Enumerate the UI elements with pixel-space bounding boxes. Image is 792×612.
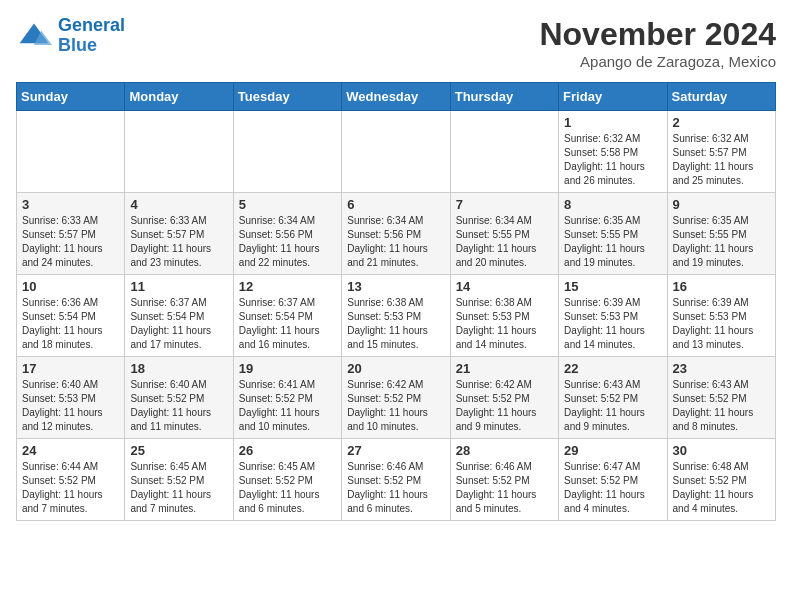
day-info: Sunrise: 6:46 AM Sunset: 5:52 PM Dayligh… — [456, 460, 553, 516]
day-number: 15 — [564, 279, 661, 294]
day-info: Sunrise: 6:35 AM Sunset: 5:55 PM Dayligh… — [564, 214, 661, 270]
calendar-cell: 27Sunrise: 6:46 AM Sunset: 5:52 PM Dayli… — [342, 439, 450, 521]
day-info: Sunrise: 6:42 AM Sunset: 5:52 PM Dayligh… — [347, 378, 444, 434]
calendar-cell: 11Sunrise: 6:37 AM Sunset: 5:54 PM Dayli… — [125, 275, 233, 357]
day-number: 1 — [564, 115, 661, 130]
day-info: Sunrise: 6:39 AM Sunset: 5:53 PM Dayligh… — [564, 296, 661, 352]
weekday-header-monday: Monday — [125, 83, 233, 111]
weekday-header-friday: Friday — [559, 83, 667, 111]
calendar-cell: 12Sunrise: 6:37 AM Sunset: 5:54 PM Dayli… — [233, 275, 341, 357]
day-number: 2 — [673, 115, 770, 130]
day-info: Sunrise: 6:47 AM Sunset: 5:52 PM Dayligh… — [564, 460, 661, 516]
calendar-cell: 29Sunrise: 6:47 AM Sunset: 5:52 PM Dayli… — [559, 439, 667, 521]
calendar-table: SundayMondayTuesdayWednesdayThursdayFrid… — [16, 82, 776, 521]
calendar-cell: 7Sunrise: 6:34 AM Sunset: 5:55 PM Daylig… — [450, 193, 558, 275]
day-number: 19 — [239, 361, 336, 376]
day-info: Sunrise: 6:32 AM Sunset: 5:58 PM Dayligh… — [564, 132, 661, 188]
calendar-cell — [450, 111, 558, 193]
calendar-cell: 30Sunrise: 6:48 AM Sunset: 5:52 PM Dayli… — [667, 439, 775, 521]
logo: General Blue — [16, 16, 125, 56]
day-number: 3 — [22, 197, 119, 212]
day-info: Sunrise: 6:34 AM Sunset: 5:56 PM Dayligh… — [347, 214, 444, 270]
calendar-cell: 17Sunrise: 6:40 AM Sunset: 5:53 PM Dayli… — [17, 357, 125, 439]
day-info: Sunrise: 6:43 AM Sunset: 5:52 PM Dayligh… — [564, 378, 661, 434]
calendar-week-1: 1Sunrise: 6:32 AM Sunset: 5:58 PM Daylig… — [17, 111, 776, 193]
calendar-cell: 28Sunrise: 6:46 AM Sunset: 5:52 PM Dayli… — [450, 439, 558, 521]
calendar-cell — [342, 111, 450, 193]
weekday-header-row: SundayMondayTuesdayWednesdayThursdayFrid… — [17, 83, 776, 111]
page-header: General Blue November 2024 Apango de Zar… — [16, 16, 776, 70]
day-number: 27 — [347, 443, 444, 458]
day-number: 17 — [22, 361, 119, 376]
day-number: 20 — [347, 361, 444, 376]
calendar-week-4: 17Sunrise: 6:40 AM Sunset: 5:53 PM Dayli… — [17, 357, 776, 439]
calendar-header: SundayMondayTuesdayWednesdayThursdayFrid… — [17, 83, 776, 111]
calendar-cell: 13Sunrise: 6:38 AM Sunset: 5:53 PM Dayli… — [342, 275, 450, 357]
day-info: Sunrise: 6:43 AM Sunset: 5:52 PM Dayligh… — [673, 378, 770, 434]
logo-text: General Blue — [58, 16, 125, 56]
weekday-header-thursday: Thursday — [450, 83, 558, 111]
calendar-cell: 4Sunrise: 6:33 AM Sunset: 5:57 PM Daylig… — [125, 193, 233, 275]
title-block: November 2024 Apango de Zaragoza, Mexico — [539, 16, 776, 70]
day-info: Sunrise: 6:46 AM Sunset: 5:52 PM Dayligh… — [347, 460, 444, 516]
calendar-week-5: 24Sunrise: 6:44 AM Sunset: 5:52 PM Dayli… — [17, 439, 776, 521]
weekday-header-wednesday: Wednesday — [342, 83, 450, 111]
calendar-cell: 21Sunrise: 6:42 AM Sunset: 5:52 PM Dayli… — [450, 357, 558, 439]
day-number: 8 — [564, 197, 661, 212]
day-info: Sunrise: 6:40 AM Sunset: 5:52 PM Dayligh… — [130, 378, 227, 434]
calendar-cell: 1Sunrise: 6:32 AM Sunset: 5:58 PM Daylig… — [559, 111, 667, 193]
day-info: Sunrise: 6:38 AM Sunset: 5:53 PM Dayligh… — [347, 296, 444, 352]
weekday-header-saturday: Saturday — [667, 83, 775, 111]
day-info: Sunrise: 6:41 AM Sunset: 5:52 PM Dayligh… — [239, 378, 336, 434]
day-number: 7 — [456, 197, 553, 212]
day-number: 22 — [564, 361, 661, 376]
day-info: Sunrise: 6:34 AM Sunset: 5:56 PM Dayligh… — [239, 214, 336, 270]
calendar-cell: 22Sunrise: 6:43 AM Sunset: 5:52 PM Dayli… — [559, 357, 667, 439]
day-info: Sunrise: 6:38 AM Sunset: 5:53 PM Dayligh… — [456, 296, 553, 352]
day-info: Sunrise: 6:45 AM Sunset: 5:52 PM Dayligh… — [239, 460, 336, 516]
calendar-cell — [233, 111, 341, 193]
day-number: 6 — [347, 197, 444, 212]
day-info: Sunrise: 6:37 AM Sunset: 5:54 PM Dayligh… — [130, 296, 227, 352]
calendar-cell: 20Sunrise: 6:42 AM Sunset: 5:52 PM Dayli… — [342, 357, 450, 439]
calendar-cell — [17, 111, 125, 193]
day-info: Sunrise: 6:42 AM Sunset: 5:52 PM Dayligh… — [456, 378, 553, 434]
calendar-cell: 23Sunrise: 6:43 AM Sunset: 5:52 PM Dayli… — [667, 357, 775, 439]
calendar-cell: 9Sunrise: 6:35 AM Sunset: 5:55 PM Daylig… — [667, 193, 775, 275]
day-number: 9 — [673, 197, 770, 212]
calendar-week-3: 10Sunrise: 6:36 AM Sunset: 5:54 PM Dayli… — [17, 275, 776, 357]
day-number: 24 — [22, 443, 119, 458]
calendar-cell: 18Sunrise: 6:40 AM Sunset: 5:52 PM Dayli… — [125, 357, 233, 439]
calendar-cell: 5Sunrise: 6:34 AM Sunset: 5:56 PM Daylig… — [233, 193, 341, 275]
day-info: Sunrise: 6:48 AM Sunset: 5:52 PM Dayligh… — [673, 460, 770, 516]
day-info: Sunrise: 6:45 AM Sunset: 5:52 PM Dayligh… — [130, 460, 227, 516]
month-title: November 2024 — [539, 16, 776, 53]
logo-line2: Blue — [58, 35, 97, 55]
day-number: 5 — [239, 197, 336, 212]
day-number: 10 — [22, 279, 119, 294]
calendar-cell: 15Sunrise: 6:39 AM Sunset: 5:53 PM Dayli… — [559, 275, 667, 357]
day-number: 11 — [130, 279, 227, 294]
logo-line1: General — [58, 15, 125, 35]
day-number: 23 — [673, 361, 770, 376]
day-number: 21 — [456, 361, 553, 376]
calendar-body: 1Sunrise: 6:32 AM Sunset: 5:58 PM Daylig… — [17, 111, 776, 521]
day-info: Sunrise: 6:33 AM Sunset: 5:57 PM Dayligh… — [130, 214, 227, 270]
calendar-cell: 19Sunrise: 6:41 AM Sunset: 5:52 PM Dayli… — [233, 357, 341, 439]
day-number: 18 — [130, 361, 227, 376]
day-number: 25 — [130, 443, 227, 458]
day-number: 13 — [347, 279, 444, 294]
day-info: Sunrise: 6:32 AM Sunset: 5:57 PM Dayligh… — [673, 132, 770, 188]
day-info: Sunrise: 6:39 AM Sunset: 5:53 PM Dayligh… — [673, 296, 770, 352]
calendar-cell: 26Sunrise: 6:45 AM Sunset: 5:52 PM Dayli… — [233, 439, 341, 521]
day-info: Sunrise: 6:35 AM Sunset: 5:55 PM Dayligh… — [673, 214, 770, 270]
day-number: 30 — [673, 443, 770, 458]
calendar-cell: 6Sunrise: 6:34 AM Sunset: 5:56 PM Daylig… — [342, 193, 450, 275]
day-number: 26 — [239, 443, 336, 458]
day-number: 28 — [456, 443, 553, 458]
calendar-cell: 16Sunrise: 6:39 AM Sunset: 5:53 PM Dayli… — [667, 275, 775, 357]
weekday-header-sunday: Sunday — [17, 83, 125, 111]
day-number: 12 — [239, 279, 336, 294]
calendar-cell: 3Sunrise: 6:33 AM Sunset: 5:57 PM Daylig… — [17, 193, 125, 275]
day-number: 29 — [564, 443, 661, 458]
